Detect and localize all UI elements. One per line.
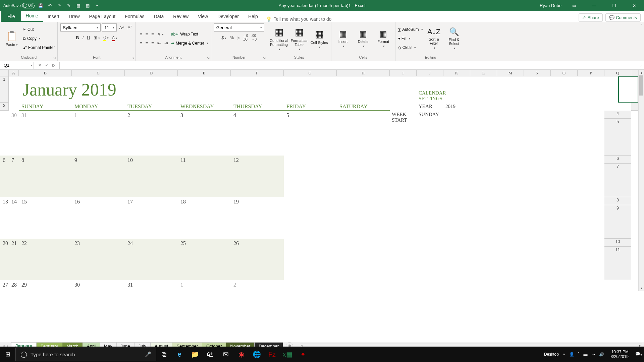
day-cell[interactable]: 30: [9, 111, 19, 119]
ribbon-options-icon[interactable]: ▭: [566, 0, 582, 11]
format-cells-button[interactable]: ▦Format: [374, 25, 392, 52]
edge-icon[interactable]: e: [172, 347, 187, 362]
day-body[interactable]: [0, 164, 9, 197]
qat-customize-icon[interactable]: ▾: [94, 2, 100, 9]
day-cell[interactable]: 17: [125, 197, 178, 205]
font-name-combo[interactable]: Sylfaen: [60, 23, 101, 32]
day-body[interactable]: [125, 119, 178, 156]
volume-icon[interactable]: 🔊: [599, 352, 604, 357]
number-format-combo[interactable]: General: [214, 23, 264, 32]
day-header[interactable]: SATURDAY: [337, 103, 390, 111]
tab-insert[interactable]: Insert: [43, 11, 64, 22]
day-body[interactable]: [178, 119, 231, 156]
decrease-font-icon[interactable]: Aˇ: [126, 25, 133, 30]
action-center-icon[interactable]: 💬2: [635, 352, 642, 357]
battery-icon[interactable]: ▬: [584, 352, 588, 357]
column-header[interactable]: M: [497, 70, 524, 76]
column-header[interactable]: I: [390, 70, 417, 76]
day-body[interactable]: [231, 119, 284, 156]
scroll-up-icon[interactable]: ▴: [639, 70, 644, 75]
worksheet-grid[interactable]: ABCDEFGHIJKLMNOPQ1January 2019CALENDAR S…: [0, 70, 644, 342]
tab-formulas[interactable]: Formulas: [120, 11, 149, 22]
day-body[interactable]: [9, 119, 19, 156]
save-icon[interactable]: 💾: [37, 2, 44, 9]
increase-indent-icon[interactable]: ⇥: [163, 41, 169, 46]
column-header[interactable]: A: [9, 70, 19, 76]
vivaldi-icon[interactable]: ◉: [233, 347, 249, 362]
delete-cells-button[interactable]: ▦Delete: [354, 25, 372, 52]
row-header[interactable]: 8: [604, 197, 631, 205]
column-header[interactable]: H: [337, 70, 390, 76]
underline-button[interactable]: U: [86, 35, 91, 40]
day-body[interactable]: [72, 164, 125, 197]
row-header[interactable]: 9: [604, 205, 631, 239]
user-name[interactable]: Ryan Dube: [540, 3, 561, 8]
day-header[interactable]: THURSDAY: [231, 103, 284, 111]
orientation-icon[interactable]: ⤭: [156, 32, 165, 37]
day-cell[interactable]: 6: [0, 156, 9, 164]
day-body[interactable]: [0, 247, 9, 280]
settings-year-value[interactable]: 2019: [443, 103, 470, 111]
day-cell[interactable]: 22: [19, 239, 72, 247]
day-body[interactable]: [178, 205, 231, 239]
day-body[interactable]: [125, 164, 178, 197]
row-header[interactable]: 5: [604, 119, 631, 156]
app-icon[interactable]: ✦: [295, 347, 311, 362]
font-color-button[interactable]: A: [111, 35, 119, 40]
people-icon[interactable]: 👤: [569, 352, 574, 357]
day-body[interactable]: [72, 119, 125, 156]
increase-font-icon[interactable]: A^: [118, 25, 125, 30]
scroll-thumb[interactable]: [639, 75, 643, 96]
row-header[interactable]: 11: [604, 247, 631, 280]
day-cell[interactable]: 31: [19, 111, 72, 119]
day-header[interactable]: WEDNESDAY: [178, 103, 231, 111]
day-body[interactable]: [9, 164, 19, 197]
row-header[interactable]: 10: [604, 239, 631, 247]
day-header[interactable]: FRIDAY: [284, 103, 337, 111]
excel-taskbar-icon[interactable]: x▦: [280, 347, 295, 362]
align-right-icon[interactable]: ≡: [150, 41, 155, 46]
formula-input[interactable]: [59, 62, 637, 69]
minimize-icon[interactable]: —: [586, 0, 602, 11]
row-header[interactable]: 6: [604, 156, 631, 164]
qat-icon[interactable]: ✎: [65, 2, 72, 9]
day-cell[interactable]: 16: [72, 197, 125, 205]
day-cell[interactable]: 8: [19, 156, 72, 164]
day-cell[interactable]: 2: [231, 280, 284, 288]
accounting-format-icon[interactable]: $: [220, 35, 227, 40]
day-cell[interactable]: 1: [178, 280, 231, 288]
day-body[interactable]: [125, 205, 178, 239]
qat-icon-2[interactable]: ▦: [75, 2, 82, 9]
start-button[interactable]: ⊞: [0, 347, 15, 362]
settings-weekstart-value[interactable]: SUNDAY: [417, 111, 443, 119]
increase-decimal-icon[interactable]: ←0.00: [242, 34, 249, 41]
row-header[interactable]: 1: [0, 76, 9, 103]
column-header[interactable]: F: [231, 70, 284, 76]
column-header[interactable]: J: [417, 70, 443, 76]
day-body[interactable]: [0, 119, 9, 156]
column-header[interactable]: D: [125, 70, 178, 76]
tab-data[interactable]: Data: [149, 11, 169, 22]
insert-function-icon[interactable]: fx: [52, 63, 55, 68]
column-header[interactable]: K: [443, 70, 470, 76]
format-painter-button[interactable]: 🖌Format Painter: [23, 44, 55, 52]
font-size-combo[interactable]: 11: [102, 23, 117, 32]
day-cell[interactable]: 12: [231, 156, 284, 164]
day-cell[interactable]: 31: [125, 280, 178, 288]
italic-button[interactable]: I: [82, 35, 85, 40]
align-center-icon[interactable]: ≡: [145, 41, 149, 46]
day-body[interactable]: [231, 205, 284, 239]
day-cell[interactable]: 26: [231, 239, 284, 247]
day-header[interactable]: TUESDAY: [125, 103, 178, 111]
tab-help[interactable]: Help: [244, 11, 263, 22]
desktop-label[interactable]: Desktop: [544, 352, 559, 357]
share-button[interactable]: ⇗Share: [579, 13, 603, 22]
wrap-text-button[interactable]: ab↵Wrap Text: [171, 30, 208, 38]
tab-page-layout[interactable]: Page Layout: [85, 11, 120, 22]
row-header[interactable]: 4: [604, 111, 631, 119]
day-cell[interactable]: 9: [72, 156, 125, 164]
row-header[interactable]: 7: [604, 164, 631, 197]
collapse-ribbon-icon[interactable]: ˆ: [641, 23, 642, 27]
chrome-icon[interactable]: 🌐: [249, 347, 264, 362]
bold-button[interactable]: B: [75, 35, 80, 40]
